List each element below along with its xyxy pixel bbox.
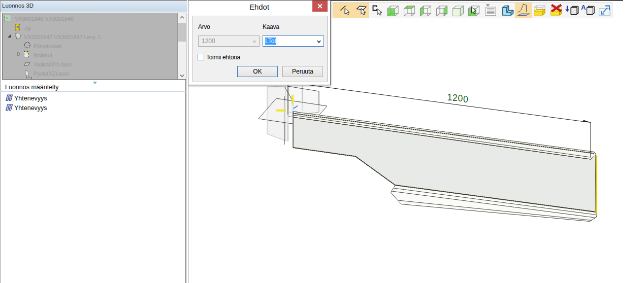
svg-text:VX3001846 VX3001846: VX3001846 VX3001846 — [15, 16, 74, 22]
svg-text:Piirustukset: Piirustukset — [34, 43, 62, 49]
svg-text:VX3001847 VX3001847 Levy .L: VX3001847 VX3001847 Levy .L — [24, 34, 102, 40]
svg-text:A: A — [581, 4, 586, 11]
svg-text:0: 0 — [463, 94, 468, 104]
svg-text:Ilmiasut: Ilmiasut — [34, 52, 53, 58]
svg-text:1: 1 — [447, 92, 453, 102]
svg-text:Jig: Jig — [24, 25, 31, 31]
svg-text:Pysty(XZ)-taso: Pysty(XZ)-taso — [34, 70, 70, 77]
svg-text:0: 0 — [458, 93, 463, 103]
svg-text:Vaaka(XY)-taso: Vaaka(XY)-taso — [34, 61, 72, 67]
svg-text:2: 2 — [453, 93, 458, 103]
